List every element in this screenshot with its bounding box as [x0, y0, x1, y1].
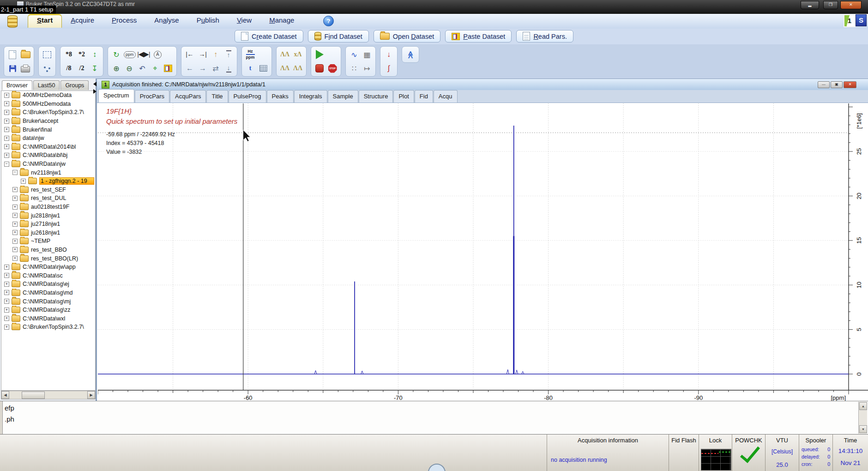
halt-icon[interactable] [314, 62, 325, 74]
window-indicator-s[interactable]: S [856, 14, 867, 26]
tree-item[interactable]: −nv2118njw1 [1, 168, 95, 177]
crosshair-icon[interactable]: ⌖ [150, 62, 161, 74]
save-icon[interactable] [7, 62, 18, 74]
expand-icon[interactable]: + [4, 325, 9, 330]
expand-toolbar-icon[interactable]: ≪ [405, 48, 416, 60]
close-button[interactable]: ✕ [840, 1, 862, 9]
data-tab-title[interactable]: Title [206, 90, 228, 103]
tree-item[interactable]: +C:\NMRData\sg\md [1, 289, 95, 297]
restore-button[interactable]: ❐ [823, 1, 838, 9]
menu-analyse[interactable]: Analyse [145, 14, 187, 28]
expand-icon[interactable]: + [4, 273, 9, 278]
tree-item[interactable]: +C:\NMRData\bl\bj [1, 151, 95, 160]
expand-icon[interactable]: + [12, 230, 18, 235]
scrollbar-thumb[interactable] [22, 392, 45, 399]
expand-icon[interactable]: + [4, 282, 9, 287]
expand-icon[interactable]: + [4, 299, 9, 304]
hz-ppm-toggle-icon[interactable]: Hzppm [245, 48, 256, 60]
data-window-titlebar[interactable]: 1 Acquisition finished: C:/NMRData/njw/n… [97, 79, 868, 91]
scroll-right-icon[interactable]: ▶ [87, 391, 95, 399]
data-tab-peaks[interactable]: Peaks [267, 90, 294, 103]
minimize-button[interactable]: ▂ [801, 1, 819, 9]
powchk-panel[interactable]: POWCHK [732, 435, 765, 471]
pan-right-end-icon[interactable]: →| [197, 48, 208, 60]
vtu-panel[interactable]: VTU [Celsius] 25.0 [765, 435, 799, 471]
fid-display-icon[interactable]: ∿ [349, 48, 360, 60]
create-dataset-button[interactable]: Create Dataset [235, 30, 303, 42]
tree-item[interactable]: +C:\NMRData\wxl [1, 314, 95, 323]
time-axis-icon[interactable]: t [245, 62, 256, 74]
tree-item[interactable]: +C:\NMRData\rjw\app [1, 263, 95, 272]
expand-icon[interactable]: + [12, 222, 18, 227]
collapse-icon[interactable]: − [12, 170, 18, 175]
command-console[interactable]: efp .ph ▲ ▼ [0, 401, 868, 435]
scale-div-8-button[interactable]: /8 [63, 62, 74, 74]
find-dataset-button[interactable]: Find Dataset [308, 30, 369, 42]
align-top-icon[interactable]: ↑ [223, 48, 234, 60]
tree-item[interactable]: +C:\NMRData\sg\mj [1, 297, 95, 306]
spooler-panel[interactable]: Spooler queued:0 delayed:0 cron:0 [799, 435, 832, 471]
peak-delete-icon[interactable]: xΛ [292, 48, 303, 60]
menu-start[interactable]: Start [28, 14, 62, 28]
tree-item[interactable]: +res_test_BBO [1, 246, 95, 254]
expand-icon[interactable]: + [12, 247, 18, 252]
ppm-scale-icon[interactable]: ppm [124, 48, 136, 60]
expand-icon[interactable]: + [4, 101, 9, 106]
tree-item[interactable]: +C:\NMRData\sg\zz [1, 306, 95, 314]
data-tab-pulseprog[interactable]: PulseProg [229, 90, 266, 103]
data-tab-structure[interactable]: Structure [359, 90, 393, 103]
menu-process[interactable]: Process [103, 14, 145, 28]
data-tab-fid[interactable]: Fid [415, 90, 433, 103]
data-tab-acqu[interactable]: Acqu [434, 90, 458, 103]
data-close-button[interactable]: ✕ [844, 81, 856, 88]
zoom-out-icon[interactable]: ⊖ [124, 62, 135, 74]
map-icon[interactable]: ↦ [362, 62, 373, 74]
scale-times-2-button[interactable]: *2 [76, 48, 87, 60]
paste-dataset-button[interactable]: Paste Dataset [445, 30, 512, 42]
expand-icon[interactable]: + [12, 213, 18, 218]
expand-icon[interactable]: + [4, 290, 9, 295]
expand-icon[interactable]: + [4, 93, 9, 98]
tree-item[interactable]: +ju2618njw1 [1, 229, 95, 237]
expand-icon[interactable]: + [4, 153, 9, 158]
peak-picking-icon[interactable]: ΛΛ [279, 48, 290, 60]
menu-publish[interactable]: Publish [188, 14, 228, 28]
undo-zoom-icon[interactable]: ↶ [137, 62, 148, 74]
grid-toggle-icon[interactable] [258, 62, 269, 74]
expand-icon[interactable]: + [4, 265, 9, 270]
overlay-icon[interactable] [163, 62, 174, 74]
read-pars--button[interactable]: Read Pars. [516, 30, 573, 42]
tree-item[interactable]: +400MHzDemoData [1, 91, 95, 100]
phase-down-icon[interactable]: ↓ [383, 48, 394, 60]
expand-icon[interactable]: + [12, 256, 18, 261]
open-file-icon[interactable] [20, 48, 31, 60]
pan-hand-icon[interactable]: ↑ [210, 48, 221, 60]
integral-icon[interactable]: ∫ [383, 62, 394, 74]
expand-icon[interactable]: + [4, 110, 9, 115]
scroll-left-icon[interactable]: ◀ [1, 391, 9, 399]
data-tab-acqupars[interactable]: AcquPars [170, 90, 206, 103]
tree-item[interactable]: +C:\NMRData\sc [1, 271, 95, 280]
data-tab-spectrum[interactable]: Spectrum [98, 89, 134, 103]
tree-item[interactable]: +Bruker\final [1, 125, 95, 134]
tree-item[interactable]: +C:\NMRData\sg\ej [1, 280, 95, 289]
window-indicator-1[interactable]: 1 [844, 14, 856, 27]
expand-icon[interactable]: + [12, 205, 18, 210]
align-bottom-icon[interactable]: ↓ [223, 62, 234, 74]
expand-icon[interactable]: + [12, 239, 18, 244]
scale-vertical-icon[interactable]: ↕ [89, 48, 100, 60]
fit-vertical-icon[interactable]: ↧ [89, 62, 100, 74]
tree-item[interactable]: +Bruker\accept [1, 117, 95, 126]
collapse-icon[interactable]: − [4, 162, 9, 167]
tree-item[interactable]: +~TEMP [1, 237, 95, 246]
raster-icon[interactable]: ▦ [362, 48, 373, 60]
menu-view[interactable]: View [228, 14, 260, 28]
expand-icon[interactable]: + [4, 316, 9, 321]
measure-nodes-icon[interactable] [42, 62, 53, 74]
menu-acquire[interactable]: Acquire [62, 14, 103, 28]
tree-item[interactable]: +data\njw [1, 134, 95, 143]
integration-icon[interactable]: ΛΛ [279, 62, 290, 74]
sidebar-horizontal-scrollbar[interactable]: ◀ ▶ [1, 391, 96, 399]
new-dataset-icon[interactable] [7, 48, 18, 60]
sidebar-tab-groups[interactable]: Groups [60, 80, 89, 90]
